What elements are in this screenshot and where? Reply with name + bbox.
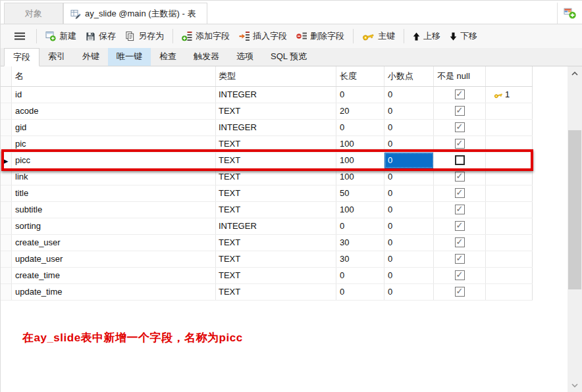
row-selector[interactable] xyxy=(1,268,12,283)
new-tab-button[interactable] xyxy=(557,3,582,24)
cell-field-decimal[interactable]: 0 xyxy=(384,120,434,135)
table-row[interactable]: pic TEXT 100 0 xyxy=(1,136,533,153)
cell-field-type[interactable]: INTEGER xyxy=(216,87,336,103)
subtab-5[interactable]: 触发器 xyxy=(185,48,228,66)
save-button[interactable]: 保存 xyxy=(81,28,120,45)
cell-field-name[interactable]: sorting xyxy=(12,218,216,234)
new-button[interactable]: 新建 xyxy=(41,28,81,45)
subtab-4[interactable]: 检查 xyxy=(151,48,185,66)
cell-not-null[interactable] xyxy=(434,218,486,234)
subtab-0[interactable]: 字段 xyxy=(4,48,40,66)
cell-field-length[interactable]: 0 xyxy=(336,120,384,135)
table-row[interactable]: title TEXT 50 0 xyxy=(1,185,533,202)
cell-not-null[interactable] xyxy=(434,202,486,218)
cell-field-decimal[interactable]: 0 xyxy=(384,136,434,152)
subtab-3[interactable]: 唯一键 xyxy=(108,48,151,66)
header-name[interactable]: 名 xyxy=(12,66,216,86)
cell-field-name[interactable]: update_user xyxy=(12,251,216,267)
cell-field-length[interactable]: 100 xyxy=(336,202,384,218)
cell-field-type[interactable]: INTEGER xyxy=(216,120,336,135)
row-selector[interactable] xyxy=(1,218,12,234)
not-null-checkbox[interactable] xyxy=(455,237,465,247)
cell-field-length[interactable]: 0 xyxy=(336,268,384,283)
cell-field-type[interactable]: TEXT xyxy=(216,202,336,218)
row-selector[interactable] xyxy=(1,103,12,119)
cell-field-type[interactable]: TEXT xyxy=(216,284,336,300)
table-row[interactable]: subtitle TEXT 100 0 xyxy=(1,202,533,218)
insert-field-button[interactable]: 插入字段 xyxy=(234,28,292,45)
cell-field-name[interactable]: picc xyxy=(12,153,216,168)
cell-field-decimal[interactable]: 0 xyxy=(384,153,434,168)
cell-field-decimal[interactable]: 0 xyxy=(384,268,434,283)
cell-field-decimal[interactable]: 0 xyxy=(384,103,434,119)
vertical-scrollbar[interactable] xyxy=(568,66,582,392)
cell-not-null[interactable] xyxy=(434,87,486,103)
cell-field-length[interactable]: 100 xyxy=(336,136,384,152)
not-null-checkbox[interactable] xyxy=(455,155,465,165)
row-selector[interactable] xyxy=(1,120,12,135)
table-row[interactable]: acode TEXT 20 0 xyxy=(1,103,533,120)
cell-field-type[interactable]: TEXT xyxy=(216,235,336,251)
table-row[interactable]: create_user TEXT 30 0 xyxy=(1,235,533,251)
delete-field-button[interactable]: 删除字段 xyxy=(292,28,349,45)
cell-not-null[interactable] xyxy=(434,103,486,119)
not-null-checkbox[interactable] xyxy=(455,106,465,116)
table-row[interactable]: id INTEGER 0 0 1 xyxy=(1,87,533,103)
cell-field-decimal[interactable]: 0 xyxy=(384,251,434,267)
not-null-checkbox[interactable] xyxy=(455,270,465,280)
cell-field-decimal[interactable]: 0 xyxy=(384,87,434,103)
cell-field-decimal[interactable]: 0 xyxy=(384,202,434,218)
not-null-checkbox[interactable] xyxy=(455,188,465,198)
cell-field-decimal[interactable]: 0 xyxy=(384,284,434,300)
cell-field-length[interactable]: 20 xyxy=(336,103,384,119)
cell-field-name[interactable]: acode xyxy=(12,103,216,119)
row-selector[interactable]: ▶ xyxy=(1,153,12,168)
table-row[interactable]: gid INTEGER 0 0 xyxy=(1,120,533,136)
header-type[interactable]: 类型 xyxy=(216,66,336,86)
cell-field-name[interactable]: link xyxy=(12,169,216,185)
tab-objects[interactable]: 对象 xyxy=(4,3,63,24)
cell-not-null[interactable] xyxy=(434,169,486,185)
menu-button[interactable] xyxy=(7,30,32,43)
row-selector[interactable] xyxy=(1,185,12,201)
cell-field-name[interactable]: create_user xyxy=(12,235,216,251)
scroll-down-arrow[interactable] xyxy=(568,380,582,391)
cell-field-type[interactable]: INTEGER xyxy=(216,218,336,234)
cell-field-type[interactable]: TEXT xyxy=(216,153,336,168)
table-row[interactable]: link TEXT 100 0 xyxy=(1,169,533,185)
scroll-up-arrow[interactable] xyxy=(568,68,582,79)
subtab-1[interactable]: 索引 xyxy=(40,48,74,66)
row-selector[interactable] xyxy=(1,169,12,185)
not-null-checkbox[interactable] xyxy=(455,139,465,149)
not-null-checkbox[interactable] xyxy=(455,122,465,132)
subtab-6[interactable]: 选项 xyxy=(228,48,262,66)
table-row[interactable]: update_user TEXT 30 0 xyxy=(1,251,533,268)
tab-table-designer[interactable]: ay_slide @main (主数据) - 表 xyxy=(63,3,207,24)
cell-field-name[interactable]: title xyxy=(12,185,216,201)
cell-field-length[interactable]: 50 xyxy=(336,185,384,201)
cell-field-name[interactable]: update_time xyxy=(12,284,216,300)
cell-not-null[interactable] xyxy=(434,136,486,152)
not-null-checkbox[interactable] xyxy=(455,172,465,182)
cell-not-null[interactable] xyxy=(434,120,486,135)
row-selector[interactable] xyxy=(1,235,12,251)
scrollbar-thumb[interactable] xyxy=(568,130,581,289)
cell-field-name[interactable]: subtitle xyxy=(12,202,216,218)
cell-field-decimal[interactable]: 0 xyxy=(384,185,434,201)
cell-field-name[interactable]: gid xyxy=(12,120,216,135)
move-down-button[interactable]: 下移 xyxy=(445,28,482,45)
not-null-checkbox[interactable] xyxy=(455,221,465,231)
subtab-sql-preview[interactable]: SQL 预览 xyxy=(262,48,315,66)
not-null-checkbox[interactable] xyxy=(455,205,465,214)
cell-field-type[interactable]: TEXT xyxy=(216,169,336,185)
row-selector[interactable] xyxy=(1,284,12,300)
row-selector[interactable] xyxy=(1,202,12,218)
cell-field-name[interactable]: create_time xyxy=(12,268,216,283)
cell-field-decimal[interactable]: 0 xyxy=(384,235,434,251)
cell-field-decimal[interactable]: 0 xyxy=(384,218,434,234)
header-length[interactable]: 长度 xyxy=(336,66,384,86)
cell-not-null[interactable] xyxy=(434,153,486,168)
cell-field-type[interactable]: TEXT xyxy=(216,103,336,119)
cell-field-type[interactable]: TEXT xyxy=(216,268,336,283)
cell-field-length[interactable]: 30 xyxy=(336,235,384,251)
